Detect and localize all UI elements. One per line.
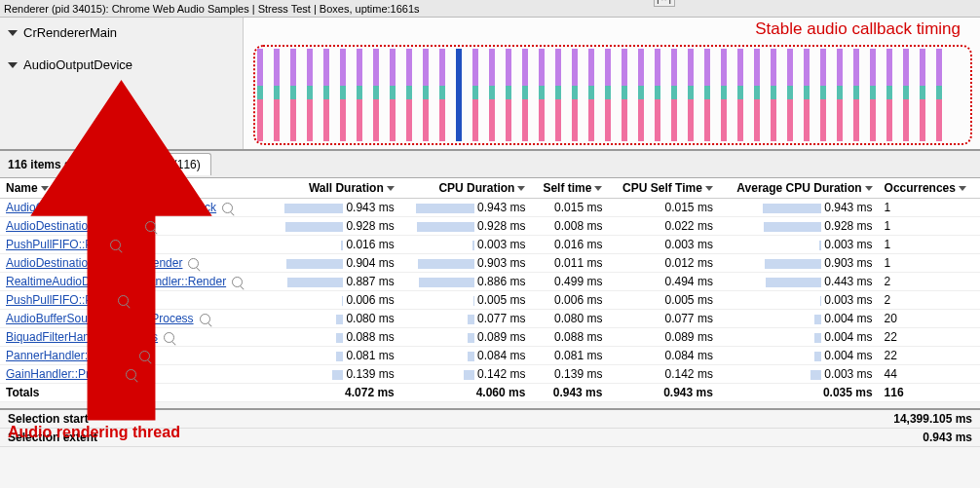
callback-bar — [820, 49, 826, 141]
track-crrenderermain[interactable]: CrRendererMain — [8, 25, 235, 40]
callback-bar — [522, 49, 528, 141]
process-header: Renderer (pid 34015): Chrome Web Audio S… — [0, 0, 980, 18]
expand-icon[interactable]: |↔| — [654, 0, 675, 7]
callback-bar — [456, 49, 462, 141]
callback-bar — [555, 49, 561, 141]
callback-bar — [340, 49, 346, 141]
sort-icon — [387, 186, 395, 191]
col-avgcpu[interactable]: Average CPU Duration — [719, 178, 879, 199]
callback-bar — [853, 49, 859, 141]
callback-bar — [688, 49, 694, 141]
col-self[interactable]: Self time — [531, 178, 608, 199]
callback-bar — [671, 49, 677, 141]
sort-icon — [594, 186, 602, 191]
selection-extent-value: 0.943 ms — [923, 431, 972, 444]
sort-icon — [865, 186, 873, 191]
callback-bar — [489, 49, 495, 141]
callback-bar — [605, 49, 611, 141]
callback-bar — [472, 49, 478, 141]
sort-icon — [517, 186, 525, 191]
track-label-text: CrRendererMain — [23, 25, 117, 40]
callback-bar — [787, 49, 793, 141]
callback-bar — [771, 49, 776, 141]
magnifier-icon[interactable] — [188, 258, 199, 269]
callback-bar — [373, 49, 379, 141]
callback-bar — [837, 49, 843, 141]
timeline-canvas[interactable]: Stable audio callback timing — [244, 18, 980, 149]
callback-bar — [323, 49, 329, 141]
track-label-text: AudioOutputDevice — [23, 57, 132, 72]
callback-bar — [721, 49, 727, 141]
selection-start-value: 14,399.105 ms — [893, 412, 972, 426]
callback-bars — [257, 49, 968, 141]
col-cpuself[interactable]: CPU Self Time — [608, 178, 718, 199]
callback-bar — [257, 49, 263, 141]
callback-bar — [290, 49, 296, 141]
callback-bar — [406, 49, 412, 141]
callback-bar — [804, 49, 810, 141]
callback-bar — [886, 49, 892, 141]
disclosure-icon[interactable] — [8, 30, 18, 36]
col-wall[interactable]: Wall Duration — [269, 178, 400, 199]
callback-bar — [539, 49, 545, 141]
callback-bar — [920, 49, 925, 141]
callback-bar — [638, 49, 644, 141]
magnifier-icon[interactable] — [110, 240, 121, 250]
annotation-thread: Audio rendering thread — [8, 424, 235, 441]
callback-bar — [754, 49, 760, 141]
callback-bar — [274, 49, 280, 141]
callback-bar — [655, 49, 660, 141]
callback-bar — [506, 49, 511, 141]
col-occ[interactable]: Occurrences — [879, 178, 980, 199]
callback-bar — [357, 49, 362, 141]
callback-bar — [870, 49, 876, 141]
callback-bar — [307, 49, 313, 141]
callback-bar — [903, 49, 909, 141]
magnifier-icon[interactable] — [118, 295, 129, 306]
callback-bar — [439, 49, 445, 141]
callback-bar — [622, 49, 627, 141]
track-labels: CrRendererMain AudioOutputDevice Audio r… — [0, 18, 244, 149]
track-audiooutputdevice[interactable]: AudioOutputDevice — [8, 57, 235, 72]
magnifier-icon[interactable] — [232, 277, 243, 287]
annotation-stable: Stable audio callback timing — [755, 19, 961, 39]
magnifier-icon[interactable] — [145, 221, 156, 232]
sort-icon — [959, 186, 966, 191]
callback-bar — [423, 49, 429, 141]
tracks-area: CrRendererMain AudioOutputDevice Audio r… — [0, 18, 980, 151]
magnifier-icon[interactable] — [222, 203, 233, 213]
col-cpu[interactable]: CPU Duration — [400, 178, 532, 199]
magnifier-icon[interactable] — [139, 351, 150, 361]
callback-bar — [572, 49, 578, 141]
magnifier-icon[interactable] — [200, 314, 210, 324]
callback-bar — [704, 49, 710, 141]
disclosure-icon[interactable] — [8, 62, 18, 68]
arrow-up-icon — [8, 80, 235, 421]
callback-bar — [936, 49, 942, 141]
sort-icon — [705, 186, 713, 191]
callback-bar — [737, 49, 743, 141]
magnifier-icon[interactable] — [126, 369, 136, 380]
callback-bar — [588, 49, 594, 141]
callback-bar — [390, 49, 396, 141]
process-label: Renderer (pid 34015): Chrome Web Audio S… — [4, 3, 420, 15]
magnifier-icon[interactable] — [164, 332, 174, 343]
